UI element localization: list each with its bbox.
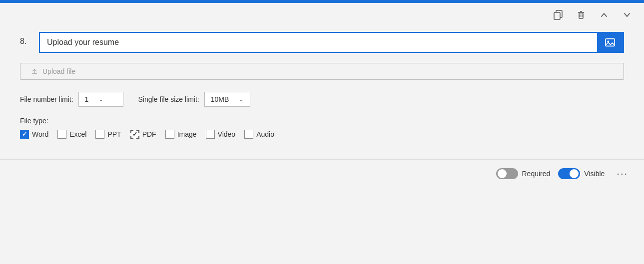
question-title-input[interactable] xyxy=(40,33,597,52)
filetype-item: PPT xyxy=(95,130,121,139)
move-up-icon[interactable] xyxy=(597,8,611,22)
file-number-select[interactable]: 1 ⌄ xyxy=(78,92,123,107)
filetype-row: ✓WordExcelPPT✓PDFImageVideoAudio xyxy=(20,130,624,139)
toolbar xyxy=(0,3,644,27)
filetype-label-image: Image xyxy=(177,130,197,138)
checkbox-excel[interactable] xyxy=(57,130,66,139)
file-size-chevron: ⌄ xyxy=(239,96,244,103)
file-size-select[interactable]: 10MB ⌄ xyxy=(204,92,251,107)
more-options-button[interactable]: ··· xyxy=(613,166,632,181)
svg-rect-2 xyxy=(579,13,583,18)
filetype-item: Excel xyxy=(57,130,86,139)
checkbox-video[interactable] xyxy=(206,130,215,139)
svg-rect-7 xyxy=(606,39,615,46)
visible-toggle[interactable] xyxy=(558,168,580,179)
question-row: 8. xyxy=(20,32,624,53)
filetype-label-pdf: PDF xyxy=(142,130,156,138)
image-insert-button[interactable] xyxy=(597,33,623,52)
checkbox-word[interactable]: ✓ xyxy=(20,130,29,139)
checkbox-image[interactable] xyxy=(165,130,174,139)
bottom-bar: Required Visible ··· xyxy=(0,159,644,187)
main-content: 8. Upload file File number limit: xyxy=(0,27,644,159)
filetype-section: File type: ✓WordExcelPPT✓PDFImageVideoAu… xyxy=(20,117,624,139)
file-number-group: File number limit: 1 ⌄ xyxy=(20,92,123,107)
visible-toggle-knob xyxy=(570,169,579,178)
limits-row: File number limit: 1 ⌄ Single file size … xyxy=(20,92,624,107)
filetype-item: Video xyxy=(206,130,236,139)
filetype-item: ✓PDF xyxy=(130,130,156,139)
upload-file-label: Upload file xyxy=(42,67,75,75)
required-toggle-knob xyxy=(498,169,507,178)
filetype-label-audio: Audio xyxy=(256,130,274,138)
required-toggle[interactable] xyxy=(496,168,518,179)
required-toggle-group: Required xyxy=(496,168,551,179)
filetype-item: Audio xyxy=(244,130,274,139)
checkbox-audio[interactable] xyxy=(244,130,253,139)
upload-file-button[interactable]: Upload file xyxy=(20,63,624,80)
svg-rect-1 xyxy=(554,12,560,19)
filetype-item: Image xyxy=(165,130,197,139)
filetype-label-excel: Excel xyxy=(69,130,86,138)
move-down-icon[interactable] xyxy=(620,8,634,22)
file-number-label: File number limit: xyxy=(20,95,73,103)
filetype-label-ppt: PPT xyxy=(107,130,121,138)
filetype-label-word: Word xyxy=(32,130,48,138)
checkbox-pdf[interactable]: ✓ xyxy=(130,130,139,139)
file-number-chevron: ⌄ xyxy=(98,96,103,103)
question-number: 8. xyxy=(20,32,32,53)
visible-label: Visible xyxy=(584,170,605,178)
checkbox-ppt[interactable] xyxy=(95,130,104,139)
filetype-item: ✓Word xyxy=(20,130,48,139)
file-size-value: 10MB xyxy=(211,95,229,103)
filetype-label-video: Video xyxy=(218,130,236,138)
file-size-group: Single file size limit: 10MB ⌄ xyxy=(138,92,251,107)
file-number-value: 1 xyxy=(85,95,89,103)
required-label: Required xyxy=(522,170,551,178)
delete-icon[interactable] xyxy=(574,8,588,22)
question-input-wrapper xyxy=(39,32,624,53)
visible-toggle-group: Visible xyxy=(558,168,605,179)
file-size-label: Single file size limit: xyxy=(138,95,199,103)
filetype-label: File type: xyxy=(20,117,624,125)
copy-icon[interactable] xyxy=(551,8,565,22)
